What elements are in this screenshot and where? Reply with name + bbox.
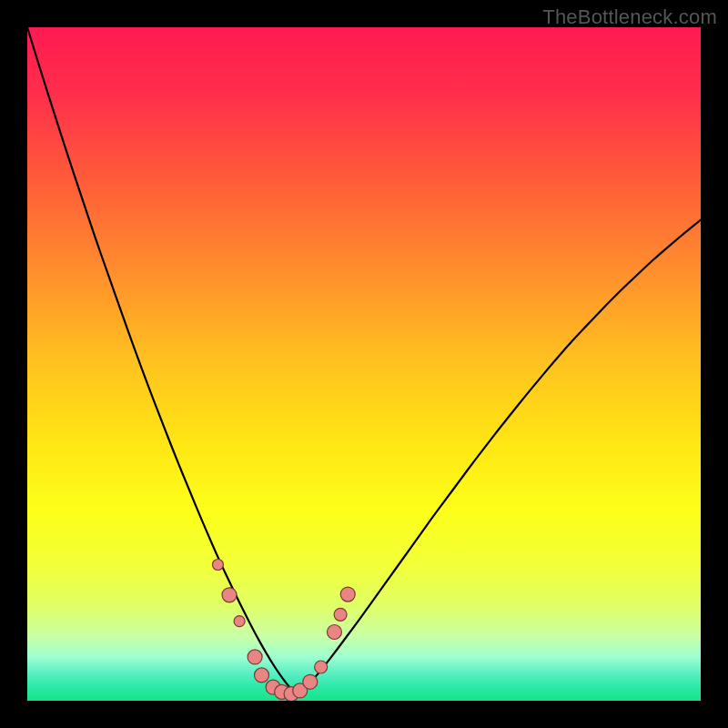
data-point <box>234 616 245 627</box>
data-point <box>327 625 341 640</box>
plot-area <box>27 27 701 701</box>
data-point <box>334 608 347 621</box>
data-point <box>340 587 355 602</box>
data-point <box>222 588 237 602</box>
data-point <box>248 650 262 664</box>
data-point <box>315 661 328 673</box>
data-point <box>255 668 269 682</box>
data-point <box>212 560 223 571</box>
chart-svg <box>27 27 701 701</box>
watermark-label: TheBottleneck.com <box>542 5 717 29</box>
data-point <box>303 674 318 689</box>
gradient-background <box>27 27 701 701</box>
chart-frame: TheBottleneck.com <box>0 0 728 728</box>
